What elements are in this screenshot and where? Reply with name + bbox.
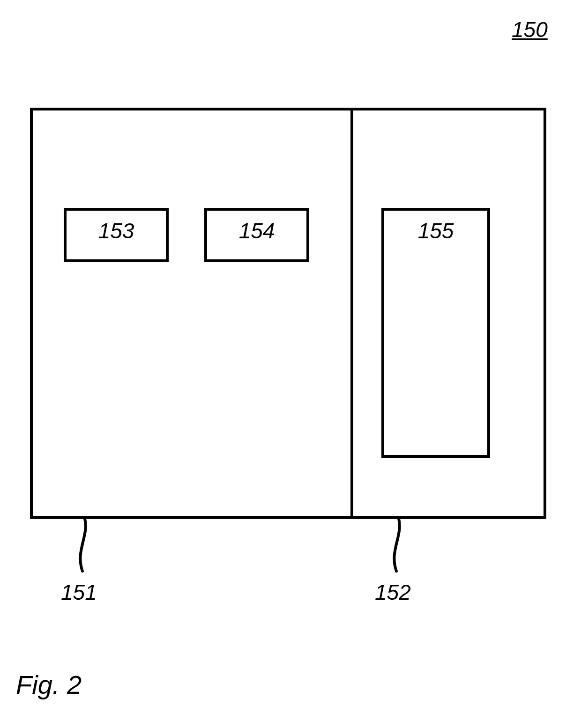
diagram-canvas: 150 153 154 155 151 152 Fig. 2 bbox=[0, 0, 581, 728]
box-155-label: 155 bbox=[418, 218, 454, 243]
figure-reference-number: 150 bbox=[512, 17, 548, 42]
outer-container: 153 154 155 bbox=[30, 108, 546, 519]
leader-line-152 bbox=[384, 517, 422, 573]
box-155: 155 bbox=[381, 208, 490, 458]
leader-line-151 bbox=[70, 517, 108, 573]
vertical-divider bbox=[350, 110, 353, 516]
box-153-label: 153 bbox=[98, 218, 134, 243]
figure-caption: Fig. 2 bbox=[16, 669, 82, 700]
label-151: 151 bbox=[61, 580, 97, 605]
box-154-label: 154 bbox=[239, 218, 275, 243]
box-154: 154 bbox=[204, 208, 309, 262]
label-152: 152 bbox=[375, 580, 411, 605]
box-153: 153 bbox=[64, 208, 169, 262]
